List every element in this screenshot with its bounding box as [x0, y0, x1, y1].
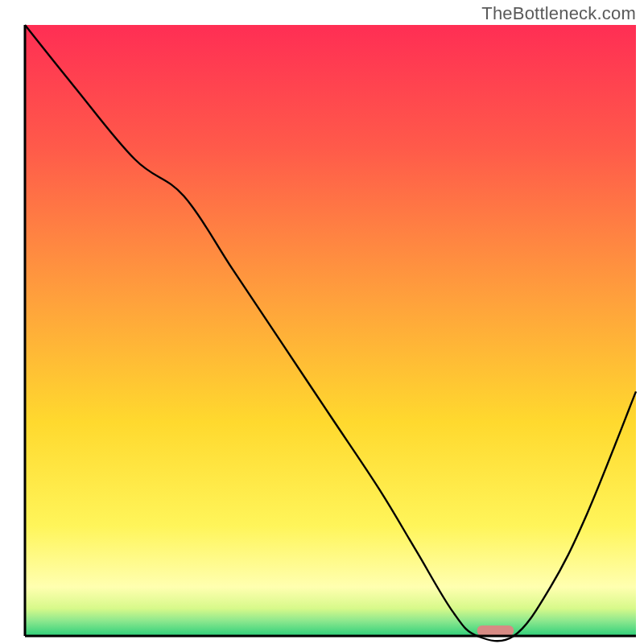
optimal-marker: [477, 625, 514, 636]
bottleneck-chart: [0, 0, 644, 644]
chart-container: TheBottleneck.com: [0, 0, 644, 644]
gradient-background: [25, 25, 636, 636]
watermark-text: TheBottleneck.com: [481, 3, 636, 24]
